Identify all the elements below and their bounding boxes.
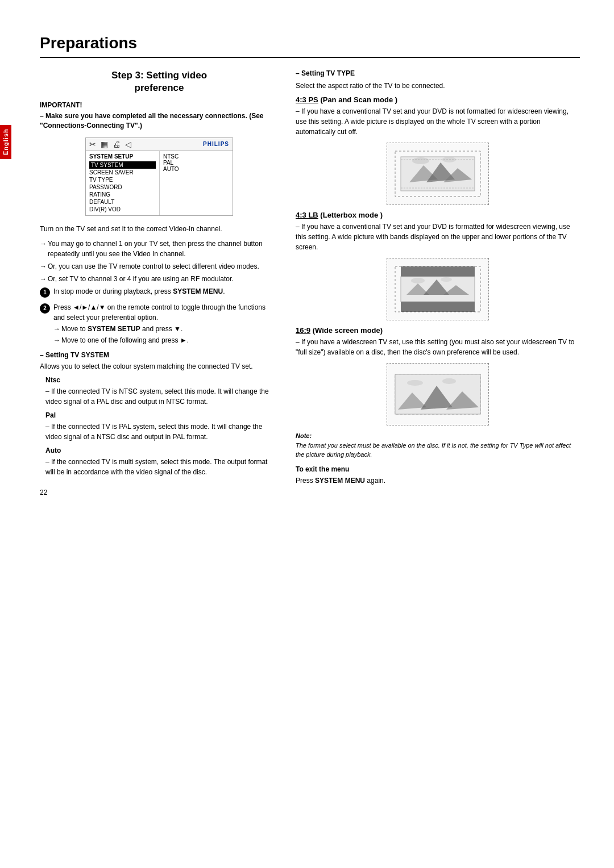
menu-section-title: SYSTEM SETUP xyxy=(89,153,156,160)
setting-tv-system-text: Allows you to select the colour system m… xyxy=(40,361,279,372)
speaker-icon: ◁ xyxy=(125,140,131,149)
important-label: IMPORTANT! xyxy=(40,101,279,109)
setting-tv-type-text: Select the aspect ratio of the TV to be … xyxy=(296,81,580,91)
menu-item-divr-vod: DIV(R) VOD xyxy=(89,206,156,213)
mode-43ps-heading: 4:3 PS (Pan and Scan mode ) xyxy=(296,95,580,104)
menu-icons: ✂ ▦ 🖨 ◁ xyxy=(89,140,131,149)
step-2-content: Press ◄/►/▲/▼ on the remote control to t… xyxy=(53,302,279,345)
step-1: 1 In stop mode or during playback, press… xyxy=(40,286,279,298)
step-2: 2 Press ◄/►/▲/▼ on the remote control to… xyxy=(40,302,279,345)
two-column-layout: Step 3: Setting video preference IMPORTA… xyxy=(40,69,580,496)
menu-item-tv-system: TV SYSTEM xyxy=(89,161,156,169)
auto-text: – If the connected TV is multi system, s… xyxy=(45,457,279,477)
menu-item-screen-saver: SCREEN SAVER xyxy=(89,169,156,176)
svg-rect-10 xyxy=(401,266,475,277)
grid-icon: ▦ xyxy=(101,140,108,149)
svg-point-17 xyxy=(411,278,425,283)
to-exit-text: Press SYSTEM MENU again. xyxy=(296,475,580,486)
menu-item-tv-type: TV TYPE xyxy=(89,176,156,183)
right-column: – Setting TV TYPE Select the aspect rati… xyxy=(296,69,580,496)
printer-icon: 🖨 xyxy=(113,140,121,149)
step-heading: Step 3: Setting video preference xyxy=(40,69,279,94)
turn-on-text: Turn on the TV set and set it to the cor… xyxy=(40,224,279,234)
menu-right: NTSC PAL AUTO xyxy=(160,151,182,215)
tv-diagram-169 xyxy=(392,369,483,420)
pal-text: – If the connected TV is PAL system, sel… xyxy=(45,422,279,442)
ntsc-heading: Ntsc xyxy=(45,376,279,384)
scissors-icon: ✂ xyxy=(89,140,96,149)
arrow-item-1: You may go to channel 1 on your TV set, … xyxy=(40,239,279,259)
svg-point-18 xyxy=(441,277,452,282)
setting-tv-system-heading: – Setting TV SYSTEM xyxy=(40,351,279,359)
sub-arrow-following: Move to one of the following and press ►… xyxy=(53,335,279,345)
menu-item-rating: RATING xyxy=(89,191,156,198)
tv-image-43ps xyxy=(387,143,489,205)
auto-heading: Auto xyxy=(45,446,279,454)
svg-rect-11 xyxy=(401,302,475,312)
note-section: Note: The format you select must be avai… xyxy=(296,431,580,460)
tv-image-169 xyxy=(387,363,489,425)
menu-item-password: PASSWORD xyxy=(89,183,156,191)
menu-body: SYSTEM SETUP TV SYSTEM SCREEN SAVER TV T… xyxy=(86,151,233,215)
step-1-content: In stop mode or during playback, press S… xyxy=(53,286,279,297)
menu-item-default: DEFAULT xyxy=(89,198,156,206)
important-text: – Make sure you have completed all the n… xyxy=(40,111,279,131)
svg-point-25 xyxy=(442,378,456,384)
menu-screenshot: ✂ ▦ 🖨 ◁ PHILIPS SYSTEM SETUP TV SYSTEM S… xyxy=(85,137,233,216)
mode-43ps-text: – If you have a conventional TV set and … xyxy=(296,106,580,137)
tv-image-43lb xyxy=(387,258,489,320)
language-tab: English xyxy=(0,125,11,159)
page-title: Preparations xyxy=(40,34,580,58)
main-content: Preparations Step 3: Setting video prefe… xyxy=(40,34,580,496)
pal-heading: Pal xyxy=(45,411,279,419)
arrow-item-2: Or, you can use the TV remote control to… xyxy=(40,261,279,272)
brand-logo: PHILIPS xyxy=(203,141,229,147)
menu-left: SYSTEM SETUP TV SYSTEM SCREEN SAVER TV T… xyxy=(86,151,160,215)
page-number: 22 xyxy=(40,489,279,496)
menu-value-pal: PAL xyxy=(163,160,179,166)
mode-43lb-heading: 4:3 LB (Letterbox mode ) xyxy=(296,211,580,219)
menu-value-ntsc: NTSC xyxy=(163,153,179,160)
tv-diagram-43lb xyxy=(392,264,483,315)
ntsc-text: – If the connected TV is NTSC system, se… xyxy=(45,386,279,407)
page-container: English Preparations Step 3: Setting vid… xyxy=(0,0,614,868)
mode-169-heading: 16:9 (Wide screen mode) xyxy=(296,326,580,335)
step-2-num: 2 xyxy=(40,303,50,314)
arrow-item-3: Or, set TV to channel 3 or 4 if you are … xyxy=(40,274,279,284)
svg-point-24 xyxy=(407,380,423,386)
to-exit-heading: To exit the menu xyxy=(296,465,580,473)
sub-arrow-system-setup: Move to SYSTEM SETUP and press ▼. xyxy=(53,324,279,334)
mode-43lb-text: – If you have a conventional TV set and … xyxy=(296,222,580,252)
mode-169-text: – If you have a widescreen TV set, use t… xyxy=(296,337,580,357)
setting-tv-type-heading: – Setting TV TYPE xyxy=(296,69,580,77)
left-column: Step 3: Setting video preference IMPORTA… xyxy=(40,69,279,496)
menu-value-auto: AUTO xyxy=(163,166,179,172)
tv-diagram-43ps xyxy=(392,148,483,199)
svg-point-5 xyxy=(412,157,429,164)
step-1-num: 1 xyxy=(40,287,50,298)
menu-header: ✂ ▦ 🖨 ◁ PHILIPS xyxy=(86,138,233,151)
